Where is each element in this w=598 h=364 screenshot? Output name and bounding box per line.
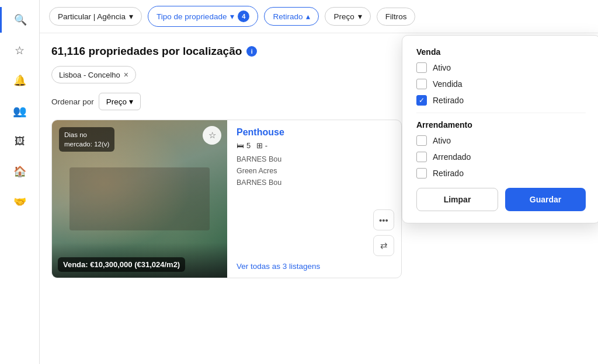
- info-icon[interactable]: i: [246, 46, 257, 57]
- sidebar-item-notifications[interactable]: 🔔: [7, 68, 33, 93]
- property-card: Dias no mercado: 12(v) ☆ Venda: €10,300,…: [51, 120, 402, 278]
- sort-select[interactable]: Preço ▾: [99, 93, 141, 110]
- agent3: BARNES Bou: [237, 177, 394, 188]
- dropdown-divider: [416, 113, 586, 113]
- sort-value: Preço: [106, 97, 127, 106]
- label-arrend-ativo: Ativo: [433, 136, 451, 145]
- checkbox-arrend-ativo[interactable]: [416, 135, 427, 146]
- dropdown-section-venda: Venda: [416, 47, 586, 57]
- dropdown-item-venda-ativo[interactable]: Ativo: [416, 62, 586, 73]
- favorite-button[interactable]: ☆: [203, 126, 221, 145]
- results-title: 61,116 propriedades por localização: [51, 45, 242, 58]
- dropdown-item-venda-retirado[interactable]: ✓ Retirado: [416, 95, 586, 106]
- handshake-icon: 🤝: [13, 195, 26, 208]
- star-icon: ☆: [208, 130, 216, 141]
- agent2: Green Acres: [237, 165, 394, 177]
- bell-icon: 🔔: [13, 74, 26, 87]
- label-venda-retirado: Retirado: [433, 96, 464, 105]
- dropdown-item-arrend-retirado[interactable]: Retirado: [416, 168, 586, 178]
- label-arrend-retirado: Retirado: [433, 169, 464, 178]
- sidebar-item-favorites[interactable]: ☆: [7, 37, 33, 63]
- chevron-down-icon: ▾: [129, 12, 133, 21]
- sidebar-item-home[interactable]: 🏠: [7, 159, 33, 184]
- filter-tipo-propriedade[interactable]: Tipo de propriedade ▾ 4: [148, 6, 258, 27]
- sort-label: Ordenar por: [51, 97, 94, 106]
- dropdown-item-venda-vendida[interactable]: Vendida: [416, 79, 586, 89]
- dots-icon: •••: [379, 215, 388, 225]
- main-content: Particular | Agência ▾ Tipo de proprieda…: [40, 0, 598, 364]
- card-image: Dias no mercado: 12(v) ☆ Venda: €10,300,…: [52, 120, 227, 278]
- filter-particular-agencia[interactable]: Particular | Agência ▾: [49, 7, 142, 26]
- sidebar-item-partners[interactable]: 🤝: [7, 189, 33, 215]
- view-all-listings-link[interactable]: Ver todas as 3 listagens: [237, 262, 394, 271]
- save-button[interactable]: Guardar: [505, 188, 586, 211]
- tag-label: Lisboa - Concelho: [59, 71, 120, 79]
- share-button[interactable]: ⇄: [373, 235, 394, 256]
- sidebar: 🔍 ☆ 🔔 👥 🖼 🏠 🤝: [0, 0, 40, 364]
- sidebar-item-gallery[interactable]: 🖼: [7, 128, 33, 154]
- area-info: ⊞ -: [256, 141, 267, 150]
- chevron-down-icon: ▾: [230, 12, 234, 21]
- share-icon: ⇄: [380, 240, 388, 251]
- filter-preco[interactable]: Preço ▾: [325, 7, 370, 26]
- card-meta: 🛏 5 ⊞ -: [237, 141, 394, 150]
- clear-button[interactable]: Limpar: [416, 188, 498, 211]
- label-venda-vendida: Vendida: [433, 79, 463, 89]
- chevron-down-icon: ▾: [358, 12, 362, 21]
- checkbox-venda-ativo[interactable]: [416, 62, 427, 73]
- card-info: Penthouse 🛏 5 ⊞ - BARNES Bou Green Acres…: [237, 120, 401, 278]
- checkbox-venda-retirado[interactable]: ✓: [416, 95, 427, 106]
- checkbox-arrend-retirado[interactable]: [416, 168, 427, 178]
- filter-filtros[interactable]: Filtros: [377, 8, 416, 26]
- more-options-button[interactable]: •••: [373, 209, 394, 230]
- filter-retirado[interactable]: Retirado ▴: [264, 7, 319, 26]
- card-badge: Dias no mercado: 12(v): [59, 127, 114, 152]
- checkbox-arrend-arrendado[interactable]: [416, 152, 427, 162]
- home-icon: 🏠: [13, 165, 26, 178]
- card-actions: ••• ⇄: [237, 209, 394, 256]
- topbar: Particular | Agência ▾ Tipo de proprieda…: [40, 0, 598, 33]
- label-arrend-arrendado: Arrendado: [433, 152, 471, 162]
- card-title[interactable]: Penthouse: [237, 127, 394, 138]
- chevron-up-icon: ▴: [306, 12, 310, 21]
- gallery-icon: 🖼: [15, 135, 25, 148]
- dropdown-section-arrendamento: Arrendamento: [416, 120, 586, 130]
- people-icon: 👥: [13, 104, 27, 118]
- sidebar-item-contacts[interactable]: 👥: [7, 98, 33, 124]
- card-agents: BARNES Bou Green Acres BARNES Bou: [237, 153, 394, 188]
- dropdown-item-arrend-ativo[interactable]: Ativo: [416, 135, 586, 146]
- chevron-down-icon: ▾: [129, 97, 133, 106]
- search-icon: 🔍: [14, 13, 27, 26]
- card-price: Venda: €10,300,000 (€31,024/m2): [58, 257, 185, 272]
- dropdown-item-arrend-arrendado[interactable]: Arrendado: [416, 152, 586, 162]
- status-dropdown: Venda Ativo Vendida ✓ Retirado Arrendame…: [402, 35, 598, 223]
- beds-info: 🛏 5: [237, 141, 251, 150]
- filter-badge: 4: [238, 10, 249, 22]
- label-venda-ativo: Ativo: [433, 63, 451, 72]
- dropdown-footer: Limpar Guardar: [416, 188, 586, 211]
- sidebar-item-search[interactable]: 🔍: [0, 7, 39, 33]
- checkbox-venda-vendida[interactable]: [416, 79, 427, 89]
- star-icon: ☆: [15, 44, 25, 57]
- location-tag[interactable]: Lisboa - Concelho ×: [51, 66, 136, 83]
- close-icon[interactable]: ×: [124, 70, 128, 79]
- agent1: BARNES Bou: [237, 153, 394, 165]
